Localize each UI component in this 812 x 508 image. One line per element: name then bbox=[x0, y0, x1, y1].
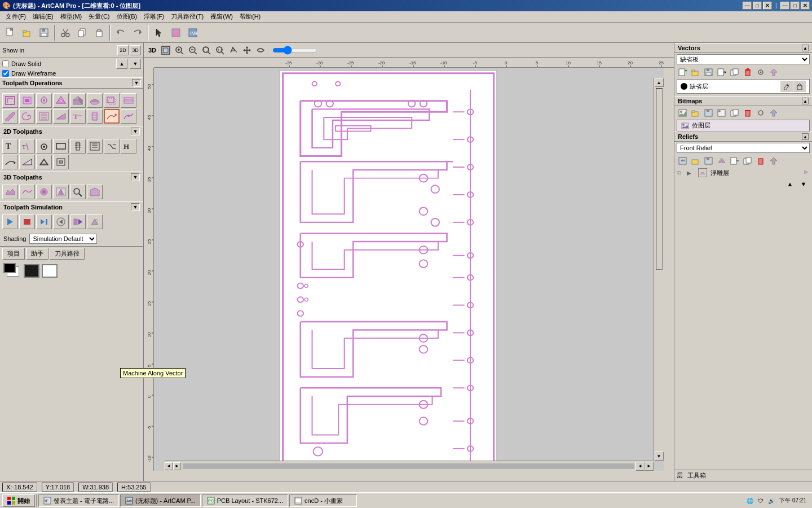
toolbox-tab[interactable]: 工具箱 bbox=[687, 471, 706, 480]
draw-solid-down[interactable]: ▼ bbox=[130, 59, 141, 69]
3d-toolpaths-toggle[interactable]: ▼ bbox=[131, 173, 140, 181]
dome-icon-btn[interactable] bbox=[87, 93, 103, 108]
h-scroll-right[interactable]: ► bbox=[645, 462, 654, 471]
sim-forward-btn[interactable] bbox=[70, 214, 86, 229]
vec-delete-btn[interactable] bbox=[742, 67, 754, 78]
vectors-scroll-up[interactable]: ▲ bbox=[802, 45, 809, 51]
vec-save-btn[interactable] bbox=[703, 67, 715, 78]
h-engraving-btn[interactable]: H bbox=[121, 139, 136, 154]
engraving-2d-btn[interactable]: T bbox=[19, 139, 35, 154]
menu-toolpath[interactable]: 刀具路径(T) bbox=[167, 11, 207, 22]
vec-import-btn[interactable] bbox=[716, 67, 728, 78]
ramp-icon-btn[interactable] bbox=[53, 109, 69, 124]
bmp-settings-btn[interactable] bbox=[754, 107, 767, 119]
drill-icon-btn[interactable] bbox=[36, 93, 52, 108]
bmp-export-btn[interactable] bbox=[767, 107, 780, 119]
rel-export-btn[interactable] bbox=[767, 155, 780, 167]
2d-toolpaths-toggle[interactable]: ▼ bbox=[131, 128, 140, 135]
zoom-in-btn[interactable] bbox=[173, 44, 186, 56]
vec-settings-btn[interactable] bbox=[754, 67, 767, 78]
offset-icon-btn[interactable] bbox=[104, 93, 120, 108]
relief-dropdown[interactable]: Front Relief bbox=[677, 143, 810, 153]
vec-open-btn[interactable] bbox=[690, 67, 702, 78]
tree-expand-btn[interactable]: ▶ bbox=[687, 170, 695, 176]
3d-toolpaths-header[interactable]: 3D Toolpaths ▼ bbox=[0, 172, 143, 182]
child-maximize-button[interactable]: □ bbox=[791, 2, 800, 10]
rel-merge-btn[interactable] bbox=[716, 155, 728, 167]
pointer-button[interactable] bbox=[151, 25, 167, 41]
vec-new-btn[interactable] bbox=[677, 67, 689, 78]
undo-button[interactable] bbox=[113, 25, 129, 41]
area-clear-icon-btn[interactable] bbox=[36, 109, 52, 124]
draw-solid-checkbox[interactable] bbox=[2, 60, 9, 67]
import-button[interactable]: IMP bbox=[185, 25, 201, 41]
h-scroll-left[interactable]: ◄ bbox=[636, 462, 645, 471]
vec-export-btn[interactable] bbox=[767, 67, 780, 78]
close-button[interactable]: ✕ bbox=[763, 2, 772, 10]
scroll-down-arrow[interactable]: ▼ bbox=[655, 452, 664, 461]
swatch-dark-gray[interactable] bbox=[24, 264, 39, 278]
child-minimize-button[interactable]: — bbox=[780, 2, 789, 10]
cut-button[interactable] bbox=[58, 25, 73, 41]
prism-icon-btn[interactable] bbox=[70, 93, 86, 108]
layer-edit-btn[interactable] bbox=[780, 81, 793, 92]
3d-finish-icon-btn[interactable] bbox=[121, 109, 136, 124]
pocket-icon-btn[interactable] bbox=[19, 93, 35, 108]
vector-paint-button[interactable] bbox=[168, 25, 184, 41]
menu-relief[interactable]: 浮雕(F) bbox=[140, 11, 167, 22]
shading-select[interactable]: Simulation Default bbox=[29, 234, 97, 244]
taskbar-item-3[interactable]: cncD - 小畫家 bbox=[289, 494, 357, 507]
menu-bitmap[interactable]: 位图(B) bbox=[113, 11, 141, 22]
v-scrollbar[interactable]: ▲ ▼ bbox=[654, 78, 664, 461]
draw-solid-up[interactable]: ▲ bbox=[116, 59, 127, 69]
chamfer-icon-btn[interactable] bbox=[2, 109, 18, 124]
vectors-dropdown[interactable]: 缺省板 bbox=[677, 54, 810, 64]
menu-file[interactable]: 文件(F) bbox=[2, 11, 29, 22]
offset-2d-btn[interactable] bbox=[36, 155, 52, 169]
3d-inlay-btn[interactable] bbox=[53, 185, 69, 199]
face-icon-btn[interactable] bbox=[121, 93, 136, 108]
zoom-box-btn[interactable] bbox=[200, 44, 213, 56]
relief-move-up-btn[interactable]: ▲ bbox=[784, 178, 796, 190]
swatch-white[interactable] bbox=[42, 264, 58, 278]
canvas-viewport[interactable]: ▲ ▼ ◄ ► ◄ ► bbox=[154, 68, 664, 471]
inlay-2d-btn[interactable] bbox=[53, 155, 69, 169]
zoom-100-btn[interactable]: 1:1 bbox=[214, 44, 226, 56]
spiral-icon-btn[interactable] bbox=[19, 109, 35, 124]
layer-tab[interactable]: 层 bbox=[677, 471, 683, 480]
sim-back-btn[interactable] bbox=[53, 214, 69, 229]
zoom-fit-btn[interactable] bbox=[160, 44, 172, 56]
rel-open-btn[interactable] bbox=[690, 155, 702, 167]
bmp-import-btn[interactable] bbox=[716, 107, 728, 119]
rel-delete-btn[interactable] bbox=[754, 155, 767, 167]
save-button[interactable] bbox=[36, 25, 52, 41]
new-button[interactable] bbox=[2, 25, 18, 41]
draw-wireframe-checkbox[interactable] bbox=[2, 70, 9, 77]
sim-step-btn[interactable] bbox=[36, 214, 52, 229]
redo-button[interactable] bbox=[130, 25, 145, 41]
v-scroll-track[interactable] bbox=[656, 88, 663, 270]
menu-model[interactable]: 模型(M) bbox=[57, 11, 86, 22]
bmp-save-btn[interactable] bbox=[703, 107, 715, 119]
tab-assistant[interactable]: 助手 bbox=[26, 248, 48, 260]
tab-toolpaths[interactable]: 刀具路径 bbox=[50, 248, 85, 260]
relief-move-down-btn[interactable]: ▼ bbox=[797, 178, 810, 190]
sim-info-btn[interactable] bbox=[87, 214, 103, 229]
rel-copy-btn[interactable] bbox=[742, 155, 754, 167]
tab-project[interactable]: 项目 bbox=[2, 248, 25, 260]
3d-mag-btn[interactable] bbox=[70, 185, 86, 199]
vec-copy-btn[interactable] bbox=[729, 67, 741, 78]
toolpath-sim-header[interactable]: Toolpath Simulation ▼ bbox=[0, 202, 143, 212]
paste-button[interactable] bbox=[91, 25, 107, 41]
3d-rest-btn[interactable] bbox=[36, 185, 52, 199]
taskbar-item-2[interactable]: PCB PCB Layout - STK672... bbox=[202, 494, 288, 507]
zoom-out-btn[interactable] bbox=[187, 44, 199, 56]
pan-right-btn[interactable] bbox=[254, 44, 267, 56]
3d-rough-btn[interactable] bbox=[2, 185, 18, 199]
swatch-black[interactable] bbox=[3, 263, 16, 273]
bmp-new-btn[interactable] bbox=[677, 107, 689, 119]
start-button[interactable]: 開始 bbox=[2, 494, 35, 507]
view-3d-button[interactable]: 3D bbox=[130, 45, 141, 55]
layer-lock-btn[interactable] bbox=[793, 81, 806, 92]
along-vector-icon-btn[interactable] bbox=[104, 109, 120, 124]
